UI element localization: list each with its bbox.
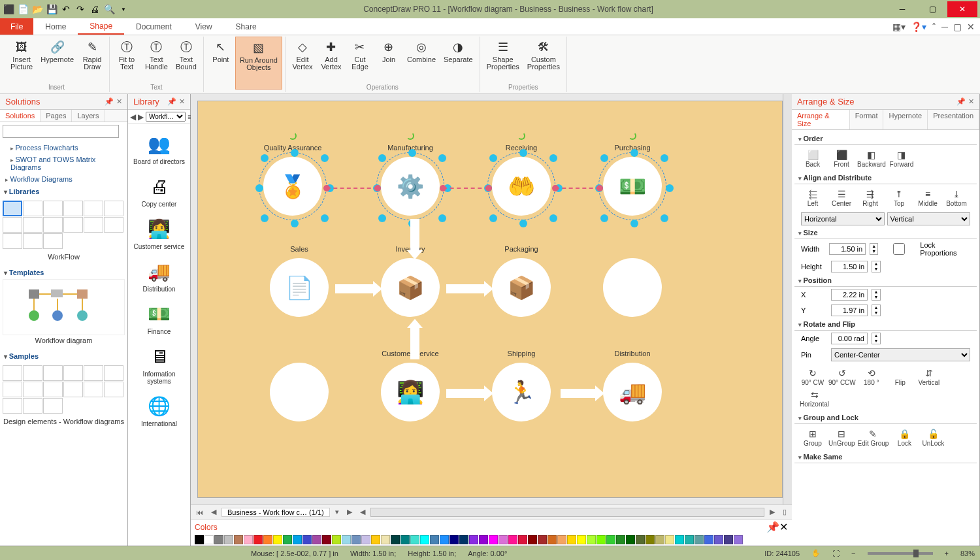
color-swatch[interactable] — [381, 535, 390, 544]
center-button[interactable]: ☰Center — [828, 188, 855, 207]
color-swatch[interactable] — [685, 535, 694, 544]
size-section[interactable]: Size — [794, 227, 977, 239]
color-swatch[interactable] — [449, 535, 459, 544]
forward-button[interactable]: ◨Forward — [889, 149, 915, 168]
color-swatch[interactable] — [440, 535, 449, 544]
ribbon-edit-button[interactable]: ◇EditVertex — [288, 37, 317, 82]
ribbon-shape-button[interactable]: ☰ShapeProperties — [483, 37, 523, 82]
connector-dashed[interactable] — [443, 188, 489, 189]
left-button[interactable]: ⬱Left — [800, 188, 826, 207]
search-icon[interactable]: 🔍 — [103, 3, 115, 15]
print-icon[interactable]: 🖨 — [89, 3, 101, 15]
color-swatch[interactable] — [332, 535, 341, 544]
library-item-customer-service[interactable]: 👩‍💻Customer service — [131, 212, 188, 254]
edit-group-button[interactable]: ✎Edit Group — [858, 428, 889, 447]
pin-icon[interactable]: 📌 — [105, 97, 114, 106]
group-section[interactable]: Group and Lock — [794, 412, 977, 424]
template-thumb[interactable] — [3, 279, 125, 335]
color-swatch[interactable] — [342, 535, 351, 544]
flip-horizontal-button[interactable]: ⇆Horizontal — [800, 389, 829, 408]
solutions-tab-pages[interactable]: Pages — [41, 110, 72, 122]
arrange-tab-format[interactable]: Format — [850, 110, 884, 129]
zoom-out-icon[interactable]: − — [851, 550, 855, 557]
undo-icon[interactable]: ↶ — [60, 3, 72, 15]
color-swatch[interactable] — [538, 535, 547, 544]
y-input[interactable] — [831, 305, 868, 316]
node-circle[interactable]: 💵 — [603, 157, 662, 216]
selection-handle[interactable] — [378, 214, 386, 222]
color-swatch[interactable] — [675, 535, 684, 544]
canvas[interactable]: Quality Assurance🏅Manufacturing⚙️Receivi… — [191, 94, 792, 504]
align-section[interactable]: Align and Distribute — [794, 172, 977, 184]
color-swatch[interactable] — [234, 535, 243, 544]
zoom-in-icon[interactable]: + — [945, 550, 949, 557]
page-next-icon[interactable]: ▶ — [344, 508, 355, 516]
rotate-section[interactable]: Rotate and Flip — [794, 318, 977, 331]
node-circle[interactable] — [270, 363, 329, 421]
node-mfg[interactable]: Manufacturing⚙️ — [381, 157, 440, 216]
color-swatch[interactable] — [283, 535, 292, 544]
lock-proportions-checkbox[interactable] — [882, 243, 916, 255]
width-input[interactable] — [829, 243, 866, 255]
color-swatch[interactable] — [557, 535, 566, 544]
color-swatch[interactable] — [224, 535, 233, 544]
tab-view[interactable]: View — [184, 18, 224, 35]
redo-icon[interactable]: ↷ — [74, 3, 86, 15]
open-icon[interactable]: 📂 — [31, 3, 43, 15]
libraries-header[interactable]: Libraries — [3, 185, 125, 198]
node-circle[interactable]: 🤲 — [492, 157, 551, 216]
backward-button[interactable]: ◧Backward — [857, 149, 886, 168]
selection-handle[interactable] — [666, 184, 674, 192]
vertical-scrollbar[interactable] — [783, 94, 792, 504]
lock-button[interactable]: 🔒Lock — [891, 428, 917, 447]
color-swatch[interactable] — [361, 535, 370, 544]
arrange-close-icon[interactable]: ✕ — [968, 97, 974, 106]
tab-document[interactable]: Document — [124, 18, 184, 35]
library-close-icon[interactable]: ✕ — [179, 97, 185, 106]
flip-vertical-button[interactable]: ⇵Vertical — [916, 367, 942, 386]
selection-handle[interactable] — [438, 154, 446, 162]
selection-handle[interactable] — [438, 214, 446, 222]
colors-close-icon[interactable]: ✕ — [779, 521, 788, 533]
node-circle[interactable]: 🏅 — [263, 157, 322, 216]
connector-dashed[interactable] — [555, 188, 600, 189]
color-swatch[interactable] — [528, 535, 537, 544]
arrow-connector[interactable] — [410, 219, 419, 252]
selection-handle[interactable] — [291, 220, 299, 227]
color-swatch[interactable] — [547, 535, 557, 544]
arrange-tab-arrange[interactable]: Arrange & Size — [792, 110, 850, 129]
arrow-connector[interactable] — [410, 327, 419, 359]
color-swatch[interactable] — [577, 535, 586, 544]
ribbon-run-around-button[interactable]: ▧Run AroundObjects — [235, 37, 282, 90]
selection-handle[interactable] — [600, 154, 608, 162]
horizontal-scrollbar[interactable] — [370, 508, 764, 517]
solutions-tab-layers[interactable]: Layers — [72, 110, 105, 122]
tab-share[interactable]: Share — [224, 18, 269, 35]
page-first-icon[interactable]: ⏮ — [193, 508, 206, 516]
library-item-board-of-directors[interactable]: 👥Board of directors — [131, 127, 188, 169]
minimize-button[interactable]: ─ — [887, 1, 917, 17]
node-circle[interactable]: 🏃 — [492, 363, 551, 421]
colors-pin-icon[interactable]: 📌 — [766, 521, 779, 533]
arrow-connector[interactable] — [446, 389, 485, 398]
selection-handle[interactable] — [661, 214, 668, 222]
help-icon[interactable]: ❓▾ — [911, 22, 926, 32]
library-item-information-systems[interactable]: 🖥Information systems — [131, 339, 188, 389]
selection-handle[interactable] — [261, 154, 269, 162]
selection-handle[interactable] — [549, 154, 557, 162]
color-swatch[interactable] — [489, 535, 498, 544]
apps-icon[interactable]: ▦▾ — [892, 22, 906, 32]
selection-handle[interactable] — [549, 214, 557, 222]
save-icon[interactable]: 💾 — [46, 3, 57, 15]
x-spinner[interactable]: ▲▼ — [872, 289, 881, 301]
page-prev-icon[interactable]: ◀ — [208, 508, 219, 516]
color-swatches[interactable] — [195, 535, 788, 544]
node-purch[interactable]: Purchasing💵 — [603, 157, 662, 216]
color-swatch[interactable] — [636, 535, 645, 544]
color-swatch[interactable] — [273, 535, 282, 544]
selection-handle[interactable] — [291, 149, 299, 157]
unlock-button[interactable]: 🔓UnLock — [920, 428, 946, 447]
selection-handle[interactable] — [255, 184, 263, 192]
color-swatch[interactable] — [469, 535, 478, 544]
arrow-connector[interactable] — [335, 284, 374, 293]
